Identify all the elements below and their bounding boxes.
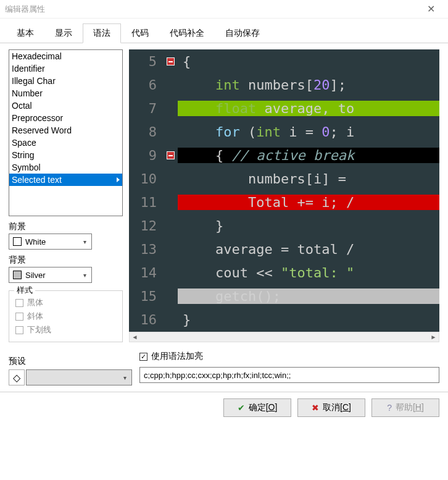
checkbox-checked-icon: ✓ [139,353,147,361]
checkbox-icon [15,326,23,334]
list-item[interactable]: Space [9,137,122,149]
foreground-value: White [25,237,78,246]
code-line: 9 { // active break [129,143,439,167]
chevron-down-icon: ▾ [78,238,91,245]
code-line: 8 for (int i = 0; i [129,120,439,143]
extensions-input[interactable] [139,367,439,383]
background-swatch [13,271,22,279]
code-line: 5{ [129,49,439,73]
preset-label: 预设 [9,356,132,367]
list-item[interactable]: Symbol [9,161,122,174]
tabs: 基本显示语法代码代码补全自动保存 [0,19,448,43]
list-item[interactable]: Illegal Char [9,75,122,87]
code-line: 6 int numbers[20]; [129,73,439,96]
help-button[interactable]: ?帮助[H] [371,398,439,417]
foreground-swatch [13,237,22,246]
list-item[interactable]: Identifier [9,62,122,75]
code-line: 12 } [129,214,439,237]
list-item[interactable]: Selected text [9,174,122,186]
scroll-left-icon[interactable]: ◄ [130,334,140,340]
tab-3[interactable]: 代码 [121,23,159,43]
style-legend: 样式 [14,285,35,296]
checkbox-icon [15,299,23,307]
code-line: 7 float average, to [129,96,439,120]
background-combo[interactable]: Silver ▾ [9,267,92,283]
help-icon: ? [387,403,392,413]
list-item[interactable]: Reserved Word [9,124,122,137]
check-icon: ✔ [238,403,245,413]
background-label: 背景 [9,255,123,266]
horizontal-scrollbar[interactable]: ◄ ► [129,332,439,342]
syntax-listbox[interactable]: HexadecimalIdentifierIllegal CharNumberO… [9,49,123,216]
tab-1[interactable]: 显示 [44,23,83,43]
code-line: 16} [129,308,439,331]
code-preview: 5{6 int numbers[20];7 float average, to8… [129,49,439,332]
code-line: 10 numbers[i] = [129,167,439,190]
use-highlight-checkbox[interactable]: ✓ 使用语法加亮 [139,351,439,362]
list-item[interactable]: Number [9,87,122,99]
chevron-down-icon: ▾ [78,272,91,279]
foreground-combo[interactable]: White ▾ [9,234,92,250]
ok-button[interactable]: ✔确定[O] [223,398,291,417]
scroll-right-icon[interactable]: ► [428,334,439,340]
list-item[interactable]: Preprocessor [9,112,122,124]
style-group: 样式 黑体 斜体 下划线 [9,290,123,342]
chevron-down-icon: ▾ [118,374,131,381]
cancel-button[interactable]: ✖取消[C] [297,398,365,417]
background-value: Silver [25,271,78,280]
foreground-label: 前景 [9,221,123,232]
tab-5[interactable]: 自动保存 [215,23,270,43]
code-line: 13 average = total / [129,237,439,261]
close-icon[interactable]: ✕ [418,3,443,15]
code-line: 11 Total += i; / [129,190,439,214]
list-item[interactable]: String [9,149,122,161]
preset-combo[interactable]: ▾ [26,369,132,385]
x-icon: ✖ [312,403,319,413]
list-item[interactable]: Hexadecimal [9,50,122,62]
preset-save-button[interactable]: ◇ [9,369,25,385]
underline-checkbox[interactable]: 下划线 [15,324,116,335]
button-bar: ✔确定[O] ✖取消[C] ?帮助[H] [0,392,448,426]
code-line: 15 getch(); [129,284,439,308]
titlebar: 编辑器属性 ✕ [0,0,448,19]
italic-checkbox[interactable]: 斜体 [15,311,116,322]
code-line: 14 cout << "total: " [129,261,439,284]
fold-icon[interactable] [167,57,175,65]
window-title: 编辑器属性 [5,4,418,15]
bold-checkbox[interactable]: 黑体 [15,297,116,308]
tab-4[interactable]: 代码补全 [159,23,215,43]
tab-0[interactable]: 基本 [6,23,44,43]
fold-icon[interactable] [167,151,175,159]
checkbox-icon [15,313,23,321]
list-item[interactable]: Octal [9,99,122,112]
tab-2[interactable]: 语法 [83,23,121,43]
